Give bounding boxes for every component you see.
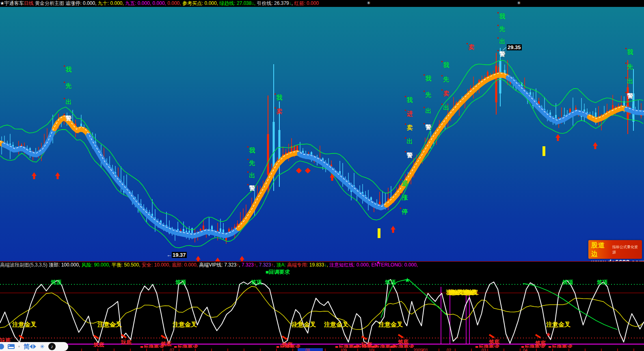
panel2-header: 高端波段副图(5,3,3,5) 顶部: 100.000, 风险: 90.000,…	[0, 261, 644, 268]
topbar-field: 0.000,	[167, 0, 182, 7]
high-price-label: 29.35	[507, 44, 522, 50]
axis-date-label: 10	[369, 348, 373, 351]
panel2-header-field: 高端波段副图(5,3,3,5)	[0, 262, 49, 269]
panel2-header-field: 顶A:	[276, 262, 287, 269]
topbar-field: 引价线: 26.379	[257, 0, 289, 7]
topbar-field: 参考买点: 0.000,	[182, 0, 219, 7]
axis-date-label: 04	[523, 348, 527, 351]
topbar-field: 日线	[24, 0, 34, 7]
topbar-field: 黄金分析主图	[34, 0, 66, 7]
panel2-header-field: ,	[326, 262, 329, 268]
skin-icon[interactable]	[33, 344, 36, 349]
watermark-badge: 股道边 指标公式量化资源 www.de6688.com	[588, 240, 642, 259]
main-chart-canvas[interactable]	[0, 7, 644, 261]
panel2-header-field: 注意短红线: 0.000,	[329, 262, 371, 269]
panel2-header-field: 风险: 90.000,	[82, 262, 112, 269]
panel2-header-field: 19.833	[309, 262, 324, 268]
main-chart-svg	[0, 7, 644, 261]
keyboard-icon[interactable]	[8, 344, 15, 349]
topbar-field: 九十: 0.000,	[98, 0, 125, 7]
topbar-field: 追涨停: 0.000,	[65, 0, 97, 7]
app-window: ★宇通客车日线 黄金分析主图 追涨停: 0.000, 九十: 0.000, 九五…	[0, 0, 644, 351]
topbar-field: ★宇通客车	[0, 0, 24, 7]
watermark-subtitle: 指标公式量化资源	[612, 245, 640, 255]
axis-date-label: 03	[482, 348, 486, 351]
panel2-header-field: 高端专用:	[287, 262, 309, 269]
ime-toolbar[interactable]: 简 ✳ ♪	[0, 342, 68, 351]
watermark-title: 股道边	[591, 241, 611, 258]
high-price-value: 29.35	[507, 44, 522, 50]
panel2-header-field: 高端VIP线: 7.323	[199, 262, 236, 269]
topbar-field: 九五: 0.000, 0.000,	[125, 0, 167, 7]
panel2-header-field: 7.323	[242, 262, 254, 268]
oscillator-svg	[0, 268, 644, 348]
gear-icon[interactable]: ✳	[40, 343, 45, 350]
axis-date-label: 02	[447, 348, 451, 351]
time-axis[interactable]: 070809102005/01020304	[0, 348, 644, 351]
ime-logo-icon[interactable]	[0, 344, 4, 349]
axis-date-label: 07	[170, 348, 174, 351]
panel2-header-field: ,	[239, 262, 242, 268]
topbar-field: 绿趋线: 27.038↓,	[219, 0, 257, 7]
main-chart-header: ★宇通客车日线 黄金分析主图 追涨停: 0.000, 九十: 0.000, 九五…	[0, 0, 644, 7]
low-price-value: 19.37	[172, 252, 187, 258]
axis-date-label: 2005/01	[413, 348, 428, 351]
panel2-header-field: 顶部: 100.000,	[49, 262, 82, 269]
axis-date-label: 08	[305, 348, 310, 351]
axis-date-label: 09	[342, 348, 347, 351]
panel2-header-field: 安全: 10.000,	[142, 262, 172, 269]
time-axis-highlight	[298, 348, 323, 351]
simplified-chinese-toggle[interactable]: 简	[24, 343, 30, 351]
panel2-header-field: ,	[256, 262, 259, 268]
topbar-field: 红箭: 0.000	[294, 0, 319, 7]
low-price-arrow: ←	[166, 252, 172, 258]
low-price-label: ←19.37	[166, 252, 187, 258]
panel2-header-field: 7.323	[259, 262, 271, 268]
panel2-header-field: ENTERLONG: 0.000,	[371, 262, 418, 268]
oscillator-panel[interactable]	[0, 268, 644, 348]
divider-dot-icon	[18, 346, 20, 347]
panel2-header-field: 底部: 0.000,	[172, 262, 199, 269]
panel2-header-field: 平衡: 50.500,	[112, 262, 142, 269]
music-note-icon[interactable]: ♪	[48, 343, 56, 350]
